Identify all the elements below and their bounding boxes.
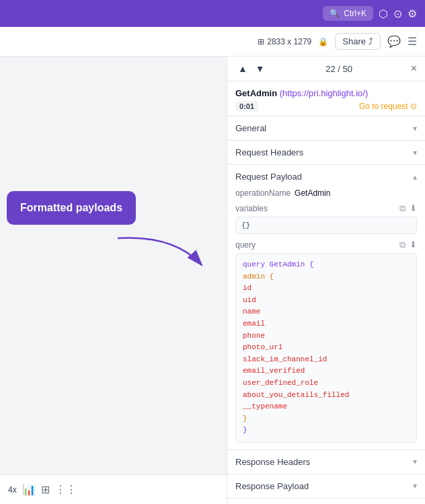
variables-icon-group: ⧉ ⬇ [399,203,417,214]
search-shortcut: Ctrl+K [344,9,366,18]
dimensions-value: 2833 x 1279 [267,37,311,46]
query-code-line: uid [243,295,410,307]
operation-row: operationName GetAdmin [235,188,417,198]
dimensions-badge: ⊞ 2833 x 1279 [258,37,311,46]
download-variables-icon[interactable]: ⬇ [410,203,417,214]
request-headers-chevron-icon: ▾ [413,148,417,157]
variables-code-block: {} [235,217,417,234]
main-layout: Formatted payloads 4x 📊 ⊞ ⋮⋮ [0,57,425,504]
response-headers-section-header[interactable]: Response Headers ▾ [227,450,425,474]
request-payload-title: Request Payload [235,172,302,182]
apps-icon[interactable]: ⋮⋮ [55,483,77,496]
download-query-icon[interactable]: ⬇ [410,240,417,250]
settings-icon[interactable]: ⚙ [408,7,417,20]
copy-query-icon[interactable]: ⧉ [399,240,405,250]
chat-icon[interactable]: 💬 [387,35,401,48]
query-code-line: email_verified [243,365,410,377]
copy-variables-icon[interactable]: ⧉ [399,203,405,214]
request-name: GetAdmin (https://pri.highlight.io/) [235,88,417,98]
request-headers-section-header[interactable]: Request Headers ▾ [227,141,425,165]
discord-icon[interactable]: ⬡ [379,7,388,20]
search-icon: 🔍 [330,9,340,18]
response-payload-title: Response Payload [235,481,309,491]
lock-icon: 🔒 [318,37,328,46]
variables-label: variables [235,204,268,213]
variables-row: variables ⧉ ⬇ [235,203,417,214]
nav-arrows: ▲ ▼ [235,62,268,75]
request-title-area: GetAdmin (https://pri.highlight.io/) 0:0… [227,81,425,116]
request-headers-title: Request Headers [235,147,303,157]
left-panel: Formatted payloads 4x 📊 ⊞ ⋮⋮ [0,57,227,504]
query-code-line: about_you_details_filled [243,390,410,402]
arrow-icon: ⊙ [410,102,417,111]
request-payload-header[interactable]: Request Payload ▴ [227,165,425,188]
query-code-line: phone [243,330,410,343]
query-code-line: } [243,413,410,425]
callout-label: Formatted payloads [20,202,122,213]
response-headers-chevron-icon: ▾ [413,457,417,466]
bar-chart-icon[interactable]: 📊 [22,483,36,496]
resize-icon: ⊞ [258,37,264,46]
response-payload-chevron-icon: ▾ [413,481,417,491]
query-icon-group: ⧉ ⬇ [399,240,417,250]
query-code-line: slack_im_channel_id [243,354,410,366]
zoom-level: 4x [8,485,17,495]
variables-value: {} [241,221,250,229]
sub-header: ⊞ 2833 x 1279 🔒 Share ⤴ 💬 ☰ [0,27,425,57]
query-label: query [235,240,256,250]
menu-icon[interactable]: ☰ [408,35,417,48]
query-code-line: } [243,425,410,437]
bottom-bar: 4x 📊 ⊞ ⋮⋮ [0,474,227,504]
response-headers-title: Response Headers [235,457,310,467]
github-icon[interactable]: ⊙ [393,7,402,20]
nav-row: ▲ ▼ 22 / 50 × [227,57,425,81]
request-payload-section: Request Payload ▴ operationName GetAdmin… [227,165,425,450]
query-code-line: name [243,306,410,318]
general-chevron-icon: ▾ [413,124,417,133]
query-code-line: __typename [243,401,410,413]
request-meta: 0:01 Go to request ⊙ [235,101,417,112]
top-bar: 🔍 Ctrl+K ⬡ ⊙ ⚙ [0,0,425,27]
grid-icon[interactable]: ⊞ [41,483,50,496]
operation-label: operationName [235,188,291,198]
query-code-line: query GetAdmin { [243,259,410,271]
query-code-line: id [243,283,410,295]
nav-up-button[interactable]: ▲ [235,62,250,75]
query-code-line: user_defined_role [243,377,410,390]
timestamp: 0:01 [235,101,258,112]
query-code-line: email [243,318,410,330]
general-section-title: General [235,123,266,133]
query-row: query ⧉ ⬇ [235,240,417,250]
operation-value: GetAdmin [295,188,330,198]
go-to-request-link[interactable]: Go to request ⊙ [359,102,417,111]
close-button[interactable]: × [411,63,417,75]
query-code-line: admin { [243,271,410,283]
response-payload-section-header[interactable]: Response Payload ▾ [227,474,425,499]
request-url: (https://pri.highlight.io/) [280,88,369,98]
share-button[interactable]: Share ⤴ [335,33,381,50]
nav-down-button[interactable]: ▼ [253,62,268,75]
share-icon: ⤴ [369,36,373,46]
callout-arrow [114,231,208,281]
right-panel: ▲ ▼ 22 / 50 × GetAdmin (https://pri.high… [227,57,425,504]
search-box[interactable]: 🔍 Ctrl+K [323,6,373,21]
nav-count: 22 / 50 [272,64,407,74]
request-payload-chevron-icon: ▴ [413,172,417,182]
query-code-block: query GetAdmin { admin { id uid name ema… [235,253,417,443]
payload-content: operationName GetAdmin variables ⧉ ⬇ {} [227,188,425,449]
query-code-line: photo_url [243,342,410,354]
callout-tooltip: Formatted payloads [7,191,136,225]
general-section-header[interactable]: General ▾ [227,116,425,141]
